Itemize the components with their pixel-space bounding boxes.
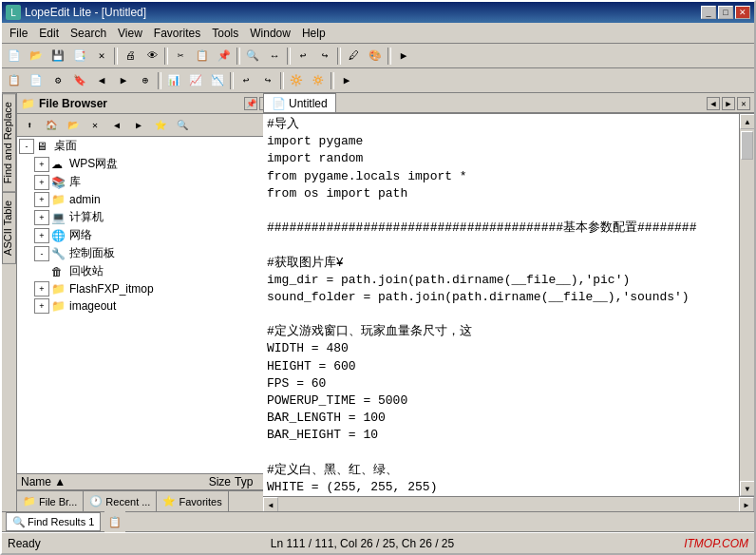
tb2-btn2[interactable]: 📄 [26, 70, 47, 91]
find-replace-tab[interactable]: Find and Replace [2, 93, 16, 192]
find-button[interactable]: 🔍 [242, 46, 263, 67]
close-file-button[interactable]: ✕ [91, 46, 112, 67]
scroll-thumb[interactable] [741, 131, 753, 160]
more-button[interactable]: ▶ [393, 46, 414, 67]
fb-tb-btn5[interactable]: ◀ [106, 115, 127, 136]
col-size[interactable]: Size [187, 475, 235, 488]
fb-tb-btn2[interactable]: 🏠 [41, 115, 62, 136]
menu-help[interactable]: Help [296, 25, 331, 42]
window-title: LopeEdit Lite - [Untitled] [25, 6, 146, 19]
fb-tb-btn4[interactable]: ✕ [85, 115, 105, 136]
expander-jisuanji[interactable]: + [34, 210, 49, 225]
tb2-btn9[interactable]: 📈 [185, 70, 206, 91]
paste-button[interactable]: 📌 [214, 46, 235, 67]
menu-file[interactable]: File [4, 25, 33, 42]
tree-item-jisuanji[interactable]: + 💻 计算机 [17, 208, 276, 226]
tb2-btn14[interactable]: 🔅 [308, 70, 329, 91]
menu-favorites[interactable]: Favorites [148, 25, 206, 42]
recent-tab[interactable]: 🕐 Recent ... [84, 491, 157, 511]
tree-item-flashfxp[interactable]: + 📁 FlashFXP_itmop [17, 280, 276, 297]
expander-desktop[interactable]: - [19, 139, 34, 154]
file-tree[interactable]: - 🖥 桌面 + ☁ WPS网盘 + 📚 库 [17, 137, 276, 473]
tree-item-imageout[interactable]: + 📁 imageout [17, 297, 276, 315]
tab-nav-left[interactable]: ◀ [707, 97, 720, 110]
print-button[interactable]: 🖨 [120, 46, 141, 67]
tb2-btn10[interactable]: 📉 [207, 70, 228, 91]
save-all-button[interactable]: 📑 [69, 46, 90, 67]
editor-tab-bar: 📄 Untitled ◀ ▶ ✕ [263, 93, 754, 114]
undo-button[interactable]: ↩ [293, 46, 313, 67]
status-bar: Ready Ln 111 / 111, Col 26 / 25, Ch 26 /… [2, 532, 754, 553]
tb2-btn11[interactable]: ↩ [236, 70, 256, 91]
color-button[interactable]: 🎨 [365, 46, 386, 67]
ascii-table-tab[interactable]: ASCII Table [2, 192, 16, 264]
tree-item-admin[interactable]: + 📁 admin [17, 191, 276, 208]
menu-edit[interactable]: Edit [33, 25, 65, 42]
scroll-track[interactable] [740, 129, 754, 481]
hscroll-left-btn[interactable]: ◀ [263, 497, 278, 511]
tab-close[interactable]: ✕ [737, 97, 750, 110]
expander-ku[interactable]: + [34, 175, 49, 190]
tb2-btn1[interactable]: 📋 [4, 70, 25, 91]
tab-label: Untitled [289, 97, 328, 110]
tree-item-kongzhi[interactable]: - 🔧 控制面板 [17, 244, 276, 262]
col-name[interactable]: Name ▲ [21, 475, 187, 488]
tab-nav-right[interactable]: ▶ [722, 97, 735, 110]
fb-tb-btn8[interactable]: 🔍 [172, 115, 193, 136]
code-editor[interactable]: #导入 import pygame import random from pyg… [263, 114, 739, 496]
menu-tools[interactable]: Tools [206, 25, 244, 42]
menu-window[interactable]: Window [244, 25, 296, 42]
expander-admin[interactable]: + [34, 192, 49, 207]
highlight-button[interactable]: 🖊 [343, 46, 364, 67]
copy-button[interactable]: 📋 [192, 46, 213, 67]
fb-tb-btn7[interactable]: ⭐ [150, 115, 171, 136]
editor-vscrollbar[interactable]: ▲ ▼ [739, 114, 754, 496]
find-results-button[interactable]: 🔍 Find Results 1 [6, 512, 101, 531]
untitled-tab[interactable]: 📄 Untitled [263, 93, 336, 112]
favorites-tab[interactable]: ⭐ Favorites [157, 491, 228, 511]
tb2-more[interactable]: ▶ [336, 70, 357, 91]
find-results-bar: 🔍 Find Results 1 📋 [2, 511, 754, 532]
filebrowser-tab[interactable]: 📁 File Br... [17, 491, 84, 511]
new-button[interactable]: 📄 [4, 46, 25, 67]
menu-view[interactable]: View [112, 25, 148, 42]
scroll-down-btn[interactable]: ▼ [740, 481, 754, 496]
tb2-btn13[interactable]: 🔆 [286, 70, 307, 91]
expander-kongzhi[interactable]: - [34, 246, 49, 261]
minimize-button[interactable]: _ [701, 6, 716, 19]
tb2-btn4[interactable]: 🔖 [69, 70, 90, 91]
tb2-btn6[interactable]: ▶ [113, 70, 134, 91]
find-results-extra-btn[interactable]: 📋 [104, 511, 125, 532]
tree-item-ku[interactable]: + 📚 库 [17, 173, 276, 191]
cut-button[interactable]: ✂ [170, 46, 191, 67]
tree-item-wps[interactable]: + ☁ WPS网盘 [17, 155, 276, 173]
expander-imageout[interactable]: + [34, 298, 49, 314]
tb2-btn5[interactable]: ◀ [91, 70, 112, 91]
menu-search[interactable]: Search [65, 25, 112, 42]
expander-wps[interactable]: + [34, 157, 49, 172]
close-button[interactable]: ✕ [735, 6, 750, 19]
scroll-up-btn[interactable]: ▲ [740, 114, 754, 129]
expander-wangluo[interactable]: + [34, 228, 49, 243]
editor-hscrollbar[interactable]: ◀ ▶ [263, 496, 754, 511]
save-button[interactable]: 💾 [47, 46, 68, 67]
hscroll-right-btn[interactable]: ▶ [739, 497, 754, 511]
tb2-btn12[interactable]: ↪ [257, 70, 278, 91]
fb-tb-btn3[interactable]: 📂 [63, 115, 84, 136]
fb-tb-btn6[interactable]: ▶ [128, 115, 149, 136]
redo-button[interactable]: ↪ [314, 46, 335, 67]
fb-pin-button[interactable]: 📌 [244, 97, 257, 110]
tree-item-huishoushan[interactable]: 🗑 回收站 [17, 262, 276, 280]
tb2-btn7[interactable]: ⊕ [135, 70, 156, 91]
replace-button[interactable]: ↔ [264, 46, 285, 67]
hscroll-track[interactable] [278, 497, 739, 511]
expander-flashfxp[interactable]: + [34, 281, 49, 297]
tree-item-wangluo[interactable]: + 🌐 网络 [17, 226, 276, 244]
tb2-btn3[interactable]: ⚙ [47, 70, 68, 91]
tree-item-desktop[interactable]: - 🖥 桌面 [17, 137, 276, 155]
fb-tb-btn1[interactable]: ⬆ [19, 115, 40, 136]
tb2-btn8[interactable]: 📊 [163, 70, 184, 91]
maximize-button[interactable]: □ [718, 6, 733, 19]
open-button[interactable]: 📂 [26, 46, 47, 67]
print-preview-button[interactable]: 👁 [142, 46, 162, 67]
